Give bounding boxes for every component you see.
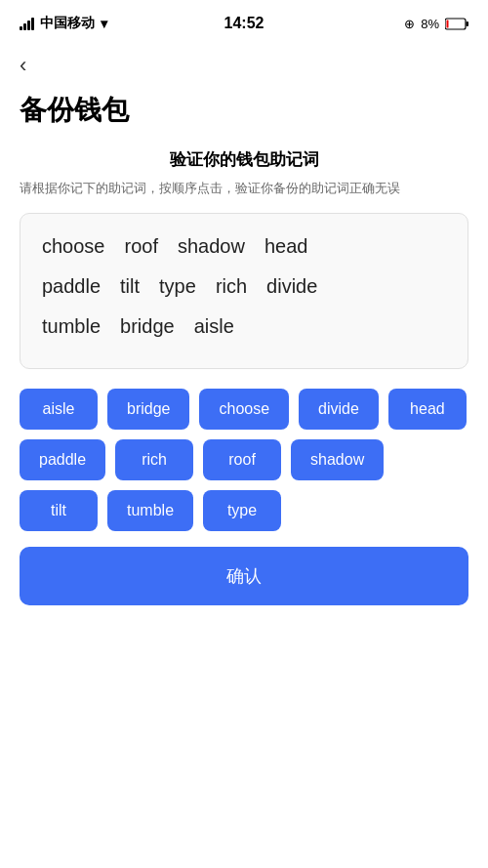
carrier-signal: 中国移动 ▾ <box>20 15 107 32</box>
display-word-paddle: paddle <box>36 273 106 300</box>
confirm-button-wrap: 确认 <box>20 547 468 605</box>
word-btn-paddle[interactable]: paddle <box>20 439 105 480</box>
svg-rect-1 <box>467 21 469 26</box>
status-right: ⊕ 8% <box>404 17 468 31</box>
display-word-shadow: shadow <box>172 233 251 260</box>
back-chevron-icon: ‹ <box>20 53 26 77</box>
word-display-area: choose roof shadow head paddle tilt type… <box>20 213 468 369</box>
section-title: 验证你的钱包助记词 <box>20 148 468 171</box>
display-row-1: choose roof shadow head <box>36 233 452 260</box>
signal-icon <box>20 17 34 30</box>
word-btn-head[interactable]: head <box>388 389 467 430</box>
display-word-type: type <box>153 273 202 300</box>
word-btn-aisle[interactable]: aisle <box>20 389 98 430</box>
display-row-2: paddle tilt type rich divide <box>36 273 452 300</box>
display-word-choose: choose <box>36 233 111 260</box>
word-buttons-area: aisle bridge choose divide head paddle r… <box>20 389 468 531</box>
word-btn-divide[interactable]: divide <box>299 389 379 430</box>
display-word-aisle: aisle <box>188 313 240 340</box>
display-word-bridge: bridge <box>114 313 181 340</box>
wifi-icon: ▾ <box>101 16 107 31</box>
charging-icon: ⊕ <box>404 17 415 31</box>
display-word-tumble: tumble <box>36 313 106 340</box>
page-title: 备份钱包 <box>0 84 488 148</box>
carrier-label: 中国移动 <box>40 15 95 32</box>
display-word-head: head <box>259 233 314 260</box>
status-bar: 中国移动 ▾ 14:52 ⊕ 8% <box>0 0 488 43</box>
display-word-rich: rich <box>210 273 253 300</box>
word-btn-tilt[interactable]: tilt <box>20 490 98 531</box>
word-btn-shadow[interactable]: shadow <box>291 439 384 480</box>
back-button[interactable]: ‹ <box>0 43 488 84</box>
confirm-button[interactable]: 确认 <box>20 547 468 605</box>
svg-rect-2 <box>447 20 449 27</box>
battery-percent: 8% <box>421 17 439 31</box>
display-word-tilt: tilt <box>114 273 145 300</box>
word-btn-bridge[interactable]: bridge <box>107 389 189 430</box>
word-btn-rich[interactable]: rich <box>115 439 193 480</box>
display-row-3: tumble bridge aisle <box>36 313 452 340</box>
word-btn-choose[interactable]: choose <box>199 389 289 430</box>
display-word-roof: roof <box>119 233 164 260</box>
status-time: 14:52 <box>224 15 264 32</box>
word-btn-roof[interactable]: roof <box>203 439 281 480</box>
battery-icon <box>445 18 468 30</box>
word-btn-type[interactable]: type <box>203 490 281 531</box>
section-desc: 请根据你记下的助记词，按顺序点击，验证你备份的助记词正确无误 <box>20 179 468 199</box>
display-word-divide: divide <box>261 273 323 300</box>
word-btn-tumble[interactable]: tumble <box>107 490 193 531</box>
section-header: 验证你的钱包助记词 请根据你记下的助记词，按顺序点击，验证你备份的助记词正确无误 <box>20 148 468 199</box>
